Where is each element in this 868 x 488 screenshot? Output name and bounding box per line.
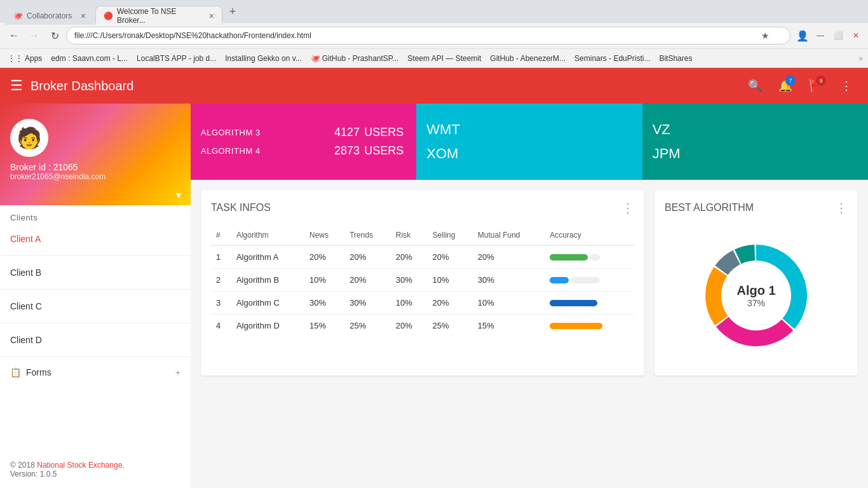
bookmark-gekko-label: Installing Gekko on v... (225, 54, 302, 63)
best-algo-menu-icon[interactable]: ⋮ (835, 200, 848, 215)
cell-trends: 25% (344, 315, 391, 337)
cell-num: 2 (211, 269, 231, 292)
github-icon: 🐙 (311, 54, 320, 63)
cell-mutual: 15% (473, 315, 545, 337)
cell-accuracy (545, 245, 634, 269)
new-tab-button[interactable]: + (224, 3, 241, 20)
donut-segment-2 (716, 317, 793, 346)
browser-chrome: 🐙 Collaborators × 🔴 Welcome To NSE Broke… (0, 0, 868, 68)
hamburger-menu-icon[interactable]: ☰ (10, 78, 23, 94)
forms-add-icon[interactable]: + (175, 367, 180, 377)
tab-close-broker[interactable]: × (209, 11, 214, 21)
profile-expand-button[interactable]: ▼ (174, 190, 183, 200)
donut-chart: Algo 1 37% (693, 232, 820, 359)
bookmarks-bar: ⋮⋮ Apps edm : Saavn.com - L... LocalBTS … (0, 48, 868, 67)
col-num: # (211, 226, 231, 245)
bookmark-seminars[interactable]: Seminars - EduPristi... (572, 53, 653, 64)
best-algo-title: BEST ALGORITHM (665, 202, 754, 214)
flags-badge: 9 (816, 76, 826, 86)
best-algo-header: BEST ALGORITHM ⋮ (665, 200, 848, 215)
search-button[interactable]: 🔍 (743, 74, 766, 97)
cell-mutual: 30% (473, 269, 545, 292)
forms-icon: 📋 (10, 367, 21, 377)
more-options-button[interactable]: ⋮ (835, 74, 858, 97)
tab-broker[interactable]: 🔴 Welcome To NSE Broker... × (95, 6, 222, 25)
browser-toolbar: 👤 — ⬜ ✕ (796, 29, 863, 43)
header-title: Broker Dashboard (31, 79, 736, 93)
divider-1 (0, 255, 191, 256)
broker-email: broker21065@nseindia.com (10, 172, 180, 181)
tab-close-collaborators[interactable]: × (81, 11, 86, 21)
algo-card: ALGORITHM 3 4127 USERS ALGORITHM 4 2873 … (191, 104, 416, 180)
address-text: file:///C:/Users/ronak/Desktop/NSE%20hac… (74, 31, 757, 40)
stock-jpm: JPM (653, 146, 858, 162)
bookmark-github2[interactable]: GitHub - AbenezerM... (487, 53, 568, 64)
cell-selling: 25% (427, 315, 472, 337)
sidebar-item-client-a[interactable]: Client A (0, 225, 191, 253)
algo-item-3: ALGORITHM 3 4127 USERS (201, 126, 406, 139)
app-header: ☰ Broker Dashboard 🔍 🔔 7 🚩 9 ⋮ (0, 68, 868, 104)
tab-broker-label: Welcome To NSE Broker... (117, 7, 205, 25)
notifications-button[interactable]: 🔔 7 (774, 74, 797, 97)
bookmark-localbts-label: LocalBTS APP - job d... (137, 54, 216, 63)
stock-wmt: WMT (426, 121, 632, 138)
cell-num: 1 (211, 245, 231, 269)
divider-2 (0, 289, 191, 290)
reload-button[interactable]: ↻ (46, 27, 64, 44)
bookmark-apps-label: Apps (25, 54, 42, 63)
forms-label: Forms (26, 367, 51, 377)
bookmark-gekko[interactable]: Installing Gekko on v... (222, 53, 304, 64)
bookmark-github1[interactable]: 🐙 GitHub - PrashantSP... (308, 53, 402, 64)
cell-algo: Algorithm C (231, 292, 304, 315)
col-accuracy: Accuracy (545, 226, 634, 245)
panels-row: TASK INFOS ⋮ # Algorithm News Trends Ris… (191, 180, 868, 386)
cell-news: 15% (304, 315, 344, 337)
bookmark-steem[interactable]: Steem API — Steemit (405, 53, 484, 64)
bookmark-edm[interactable]: edm : Saavn.com - L... (48, 53, 130, 64)
table-header-row: # Algorithm News Trends Risk Selling Mut… (211, 226, 634, 245)
bookmark-edm-label: edm : Saavn.com - L... (51, 54, 128, 63)
bookmark-bitshares-label: BitShares (659, 54, 692, 63)
task-infos-table: # Algorithm News Trends Risk Selling Mut… (211, 226, 634, 337)
sidebar: 🧑 Broker id : 21065 broker21065@nseindia… (0, 104, 191, 488)
footer-nse: National Stock Exchange. (37, 461, 124, 470)
close-window-button[interactable]: ✕ (849, 29, 863, 43)
footer-copy: © 2018 (10, 461, 37, 470)
minimize-button[interactable]: — (813, 29, 827, 43)
tab-collaborators[interactable]: 🐙 Collaborators × (5, 6, 94, 25)
cell-risk: 10% (391, 292, 428, 315)
cell-news: 30% (304, 292, 344, 315)
task-infos-menu-icon[interactable]: ⋮ (621, 200, 634, 215)
tab-bar: 🐙 Collaborators × 🔴 Welcome To NSE Broke… (0, 0, 868, 23)
back-button[interactable]: ← (5, 27, 23, 44)
table-row: 2 Algorithm B 10% 20% 30% 10% 30% (211, 269, 634, 292)
cell-selling: 20% (427, 292, 472, 315)
bookmark-apps[interactable]: ⋮⋮ Apps (5, 53, 44, 64)
maximize-button[interactable]: ⬜ (831, 29, 845, 43)
cell-algo: Algorithm A (231, 245, 304, 269)
bookmarks-overflow[interactable]: » (858, 54, 863, 63)
sidebar-forms-item[interactable]: 📋 Forms + (0, 360, 191, 385)
bookmark-bitshares[interactable]: BitShares (656, 53, 695, 64)
sidebar-item-client-c[interactable]: Client C (0, 292, 191, 320)
sidebar-item-client-d[interactable]: Client D (0, 326, 191, 354)
profile-icon[interactable]: 👤 (796, 29, 810, 43)
forward-button[interactable]: → (25, 27, 43, 44)
table-row: 3 Algorithm C 30% 30% 10% 20% 10% (211, 292, 634, 315)
bookmark-github1-label: GitHub - PrashantSP... (322, 54, 399, 63)
stocks-card-2: VZ JPM (642, 104, 868, 180)
cell-accuracy (545, 315, 634, 337)
sidebar-item-client-b[interactable]: Client B (0, 259, 191, 287)
tab-collaborators-label: Collaborators (27, 11, 72, 20)
flags-button[interactable]: 🚩 9 (804, 74, 827, 97)
task-infos-title: TASK INFOS (211, 202, 271, 214)
col-risk: Risk (391, 226, 428, 245)
cell-trends: 30% (344, 292, 391, 315)
col-selling: Selling (427, 226, 472, 245)
address-bar[interactable]: file:///C:/Users/ronak/Desktop/NSE%20hac… (66, 27, 790, 44)
bookmark-localbts[interactable]: LocalBTS APP - job d... (134, 53, 219, 64)
stock-vz: VZ (653, 121, 858, 138)
footer-version: Version: 1.0.5 (10, 470, 57, 478)
cell-algo: Algorithm D (231, 315, 304, 337)
cell-news: 10% (304, 269, 344, 292)
